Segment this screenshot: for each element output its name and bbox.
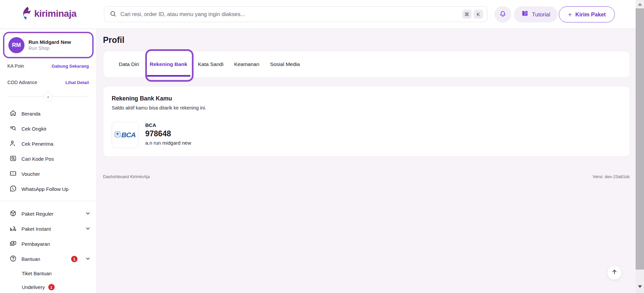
banknote-icon xyxy=(9,240,17,248)
sidebar-divider-2 xyxy=(0,201,96,201)
bca-logo-text: BCA xyxy=(121,131,136,139)
kirim-paket-button[interactable]: + Kirim Paket xyxy=(559,6,615,22)
cod-advance-row: COD Advance Lihat Detail xyxy=(7,79,89,86)
shortcut-k-key: K xyxy=(474,10,483,19)
kirim-paket-label: Kirim Paket xyxy=(575,11,606,18)
notifications-button[interactable] xyxy=(494,6,511,23)
ka-poin-label: KA Poin xyxy=(7,63,24,69)
chevron-down-icon xyxy=(85,225,91,232)
search-input[interactable] xyxy=(120,11,460,17)
sidebar: RM Run Midgard New Run Shop KA Poin Gabu… xyxy=(0,29,97,293)
bank-account-number: 978648 xyxy=(145,129,191,139)
profile-card[interactable]: RM Run Midgard New Run Shop xyxy=(3,32,94,58)
logo-wordmark: kiriminaja xyxy=(34,8,76,19)
active-tab-underline xyxy=(146,75,191,77)
scooter-icon xyxy=(9,225,17,233)
main-content: Profil Data Diri Rekening Bank Kata Sand… xyxy=(97,29,644,293)
sidebar-item-label: Cek Ongkir xyxy=(21,126,91,132)
page-title: Profil xyxy=(103,35,124,45)
tab-data-diri[interactable]: Data Diri xyxy=(113,51,144,77)
scroll-to-top-button[interactable] xyxy=(607,265,622,280)
tab-label: Kata Sandi xyxy=(198,61,223,67)
tab-label: Rekening Bank xyxy=(150,61,187,67)
home-icon xyxy=(9,109,17,118)
card-title: Rekening Bank Kamu xyxy=(112,95,172,102)
page-footer: Dashshboard KiriminAja Versi: dev-23a81d… xyxy=(103,174,630,179)
shortcut-cmd-key: ⌘ xyxy=(462,10,472,19)
sidebar-item-label: Cek Penerima xyxy=(21,141,91,147)
kiriminaja-logo-icon xyxy=(21,6,32,21)
chevron-down-icon xyxy=(85,255,91,263)
ticket-icon xyxy=(9,170,17,178)
cod-advance-label: COD Advance xyxy=(7,80,37,85)
kiriminaja-dashboard: kiriminaja ⌘ K xyxy=(0,0,644,293)
sidebar-item-pembayaran[interactable]: Pembayaran xyxy=(0,236,96,251)
tab-label: Sosial Media xyxy=(270,61,300,67)
sidebar-item-paket-reguler[interactable]: Paket Reguler xyxy=(0,206,96,221)
bantuan-badge: 1 xyxy=(71,256,77,262)
scrollbar-down-arrow[interactable] xyxy=(636,282,644,291)
sidebar-item-voucher[interactable]: Voucher xyxy=(0,166,96,181)
bantuan-submenu: Tiket Bantuan Undelivery 1 xyxy=(0,267,96,293)
whatsapp-icon xyxy=(9,185,17,193)
sidebar-item-whatsapp-follow-up[interactable]: WhatsApp Follow Up xyxy=(0,181,96,197)
chevron-left-icon: ‹ xyxy=(47,94,49,99)
sidebar-item-label: Paket Reguler xyxy=(21,211,80,217)
sidebar-item-label: Cari Kode Pos xyxy=(21,156,91,162)
person-check-icon xyxy=(9,140,17,148)
sidebar-item-cek-penerima[interactable]: Cek Penerima xyxy=(0,136,96,151)
scrollbar-up-arrow[interactable] xyxy=(636,0,644,8)
sidebar-item-cek-ongkir[interactable]: Cek Ongkir xyxy=(0,121,96,136)
sidebar-item-label: Undelivery xyxy=(22,285,45,290)
rekening-bank-card: Rekening Bank Kamu Saldo aktif kamu bisa… xyxy=(103,86,630,157)
tab-kata-sandi[interactable]: Kata Sandi xyxy=(193,51,229,77)
tab-label: Keamanan xyxy=(234,61,259,67)
package-icon xyxy=(9,210,17,218)
sidebar-item-beranda[interactable]: Beranda xyxy=(0,106,96,121)
profile-name: Run Midgard New xyxy=(29,39,71,45)
sidebar-item-tiket-bantuan[interactable]: Tiket Bantuan xyxy=(0,267,96,280)
tutorial-button[interactable]: Tutorial xyxy=(514,6,557,22)
sidebar-item-paket-instant[interactable]: Paket Instant xyxy=(0,221,96,236)
tab-sosial-media[interactable]: Sosial Media xyxy=(265,51,305,77)
sidebar-item-label: Paket Instant xyxy=(21,226,80,232)
bank-account-holder: a.n run midgard new xyxy=(145,139,191,146)
top-header: kiriminaja ⌘ K xyxy=(0,0,644,29)
profile-tabs: Data Diri Rekening Bank Kata Sandi Keama… xyxy=(103,51,630,78)
plus-icon: + xyxy=(568,11,572,18)
bank-name: BCA xyxy=(145,122,191,128)
kiriminaja-logo[interactable]: kiriminaja xyxy=(21,6,76,21)
tab-label: Data Diri xyxy=(119,61,139,67)
search-list-icon xyxy=(9,125,17,133)
sidebar-divider: ‹ xyxy=(7,96,89,97)
tab-keamanan[interactable]: Keamanan xyxy=(229,51,265,77)
vertical-scrollbar[interactable] xyxy=(636,0,644,293)
bank-account-info: BCA 978648 a.n run midgard new xyxy=(145,122,191,146)
sidebar-menu-bottom: Paket Reguler Paket Instant Pembayaran B… xyxy=(0,206,96,267)
sidebar-collapse-button[interactable]: ‹ xyxy=(44,92,53,101)
sidebar-item-undelivery[interactable]: Undelivery 1 xyxy=(0,280,96,293)
sidebar-item-cari-kode-pos[interactable]: Cari Kode Pos xyxy=(0,151,96,166)
bca-logo: BCA xyxy=(112,122,139,148)
sidebar-menu-top: Beranda Cek Ongkir Cek Penerima Cari Kod… xyxy=(0,106,96,197)
bell-icon xyxy=(499,10,507,19)
tab-rekening-bank[interactable]: Rekening Bank xyxy=(144,51,193,77)
gabung-sekarang-link[interactable]: Gabung Sekarang xyxy=(52,64,89,69)
chevron-down-icon xyxy=(85,210,91,217)
search-icon xyxy=(110,10,116,18)
search-box-icon xyxy=(9,155,17,163)
tutorial-label: Tutorial xyxy=(532,11,550,18)
lihat-detail-link[interactable]: Lihat Detail xyxy=(65,80,89,85)
footer-version-text: Versi: dev-23a81dc xyxy=(593,174,630,179)
scrollbar-thumb[interactable] xyxy=(636,8,644,270)
sidebar-item-label: Tiket Bantuan xyxy=(22,271,52,276)
sidebar-item-label: WhatsApp Follow Up xyxy=(21,186,91,192)
sidebar-item-bantuan[interactable]: Bantuan 1 xyxy=(0,251,96,267)
bca-emblem-icon xyxy=(115,132,120,139)
sidebar-item-label: Voucher xyxy=(21,171,91,177)
sidebar-item-label: Pembayaran xyxy=(21,241,91,247)
card-subtitle: Saldo aktif kamu bisa ditarik ke rekenin… xyxy=(112,105,206,111)
ka-poin-row: KA Poin Gabung Sekarang xyxy=(7,63,89,69)
footer-brand-text: Dashshboard KiriminAja xyxy=(103,174,150,179)
global-search[interactable]: ⌘ K xyxy=(104,6,487,22)
